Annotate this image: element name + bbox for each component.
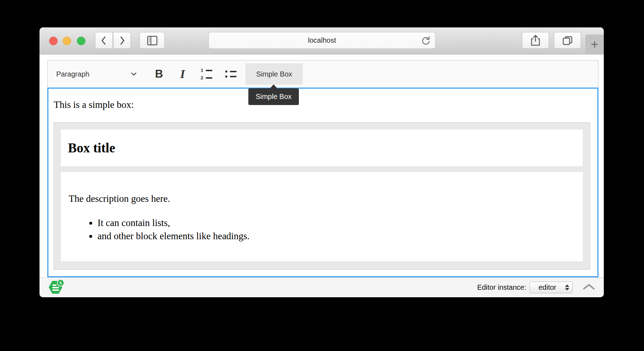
close-window-button[interactable]	[49, 37, 58, 45]
browser-toolbar: localhost	[39, 27, 604, 54]
simple-box-button[interactable]: Simple Box	[246, 63, 303, 85]
list-item[interactable]: and other block elements like headings.	[97, 230, 583, 243]
zoom-window-button[interactable]	[77, 37, 85, 45]
bold-button[interactable]: B	[151, 63, 167, 85]
bold-icon: B	[155, 68, 163, 80]
numbered-list-button[interactable]: 1 2	[199, 63, 214, 85]
chevron-right-icon	[117, 35, 127, 47]
address-text: localhost	[308, 36, 336, 44]
plus-icon: +	[591, 38, 598, 51]
numbered-list-icon: 1 2	[200, 68, 212, 80]
refresh-icon[interactable]	[421, 36, 431, 46]
simple-box-widget[interactable]: Box title The description goes here. It …	[53, 122, 590, 270]
new-tab-button[interactable]: +	[585, 35, 604, 54]
editor-instance-value: editor	[530, 283, 565, 292]
heading-dropdown-value: Paragraph	[56, 70, 89, 78]
editor-instance-select[interactable]: editor	[529, 282, 573, 293]
heading-dropdown[interactable]: Paragraph	[48, 61, 142, 88]
select-updown-icon	[565, 284, 569, 290]
sidebar-icon	[146, 35, 159, 47]
editor-instance-label: Editor instance:	[477, 283, 526, 292]
screen: localhost	[0, 0, 644, 351]
browser-window: localhost	[39, 27, 604, 297]
version-badge: 5	[57, 279, 64, 287]
simple-box-description-area[interactable]: The description goes here. It can contai…	[61, 172, 583, 261]
back-button[interactable]	[95, 32, 113, 49]
show-all-tabs-button[interactable]	[554, 32, 581, 49]
description-list[interactable]: It can contain lists, and other block el…	[61, 216, 583, 243]
tooltip-text: Simple Box	[255, 93, 291, 101]
italic-icon: I	[180, 67, 185, 81]
box-title-heading[interactable]: Box title	[68, 140, 115, 156]
simple-box-tooltip: Simple Box	[248, 88, 299, 105]
simple-box-button-label: Simple Box	[256, 70, 292, 78]
inspector-bar: 5 Editor instance: editor	[39, 277, 604, 297]
chevron-left-icon	[99, 35, 109, 47]
address-bar[interactable]: localhost	[208, 32, 436, 49]
bulleted-list-button[interactable]	[223, 63, 238, 85]
forward-button[interactable]	[113, 32, 131, 49]
minimize-window-button[interactable]	[63, 37, 71, 45]
collapse-inspector-button[interactable]	[582, 283, 595, 292]
editor-toolbar: Paragraph B I 1 2	[47, 60, 598, 88]
chevron-down-icon	[131, 71, 137, 77]
intro-paragraph[interactable]: This is a simple box:	[48, 89, 597, 111]
list-item[interactable]: It can contain lists,	[97, 216, 583, 230]
web-page: Paragraph B I 1 2	[39, 54, 604, 277]
description-paragraph[interactable]: The description goes here.	[61, 172, 583, 205]
italic-button[interactable]: I	[175, 63, 190, 85]
editor-content-area[interactable]: This is a simple box: Box title The desc…	[47, 88, 598, 277]
share-icon	[529, 34, 542, 47]
simple-box-title-area[interactable]: Box title	[61, 130, 583, 166]
bulleted-list-icon	[225, 70, 237, 78]
chevron-up-icon	[582, 283, 595, 292]
share-button[interactable]	[522, 32, 549, 49]
tabs-icon	[561, 35, 574, 47]
sidebar-toggle-button[interactable]	[139, 32, 165, 49]
